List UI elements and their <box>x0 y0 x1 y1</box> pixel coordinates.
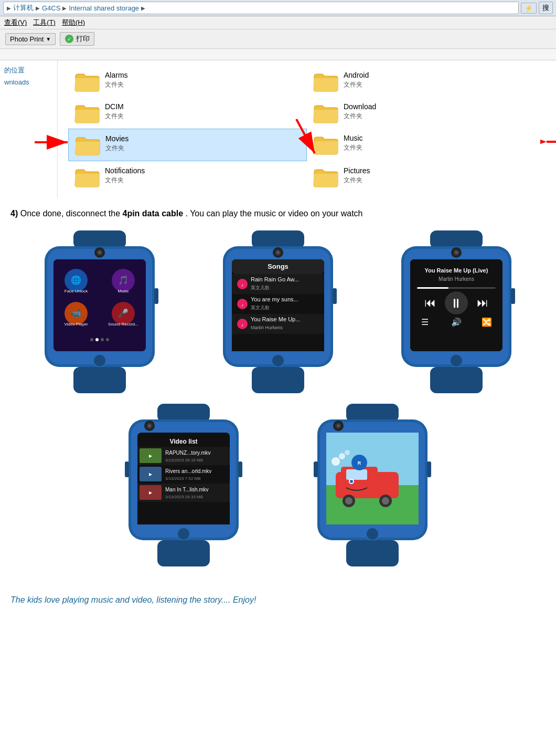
folder-android-info: Android 文件夹 <box>344 71 369 89</box>
folder-alarms[interactable]: Alarms 文件夹 <box>68 66 307 97</box>
svg-text:🎤: 🎤 <box>118 308 129 318</box>
red-arrow-movies <box>32 134 74 152</box>
svg-text:Sound Record...: Sound Record... <box>108 322 138 327</box>
svg-point-92 <box>148 424 151 427</box>
folder-music[interactable]: Music 文件夹 <box>307 129 546 161</box>
svg-rect-115 <box>346 404 399 422</box>
photo-print-button[interactable]: Photo Print ▼ <box>5 33 56 45</box>
sidebar-downloads[interactable]: wnloads <box>4 78 53 86</box>
svg-point-33 <box>93 354 106 367</box>
menu-view[interactable]: 查看(V) <box>4 18 27 27</box>
breadcrumb-computer[interactable]: 计算机 <box>13 3 34 13</box>
svg-rect-86 <box>157 404 210 422</box>
svg-rect-76 <box>417 287 448 289</box>
svg-text:Music: Music <box>118 289 129 293</box>
watches-section: 🌐 Face Unlock 🎵 Music 📹 Video Player 🎤 S… <box>0 225 556 587</box>
svg-text:Rivers an...orld.mkv: Rivers an...orld.mkv <box>165 468 211 474</box>
folder-pictures-info: Pictures 文件夹 <box>344 166 370 185</box>
breadcrumb-g4cs[interactable]: G4CS <box>42 4 60 12</box>
svg-text:☰: ☰ <box>421 318 429 327</box>
folder-alarms-type: 文件夹 <box>105 80 128 89</box>
svg-text:Man In T...lish.mkv: Man In T...lish.mkv <box>165 487 209 492</box>
svg-rect-42 <box>333 288 337 304</box>
svg-point-140 <box>345 450 350 455</box>
bottom-text: The kids love playing music and video, l… <box>0 587 556 613</box>
svg-rect-114 <box>157 540 210 566</box>
svg-point-30 <box>95 338 99 341</box>
photo-print-label: Photo Print <box>10 35 44 43</box>
sidebar-location[interactable]: 的位置 <box>4 66 53 75</box>
folder-dcim[interactable]: DCIM 文件夹 <box>68 97 307 129</box>
menu-tools[interactable]: 工具(T) <box>33 18 56 27</box>
svg-text:3/13/2023 28.16 MB: 3/13/2023 28.16 MB <box>165 458 203 463</box>
folder-android[interactable]: Android 文件夹 <box>307 66 546 97</box>
watch-menu: 🌐 Face Unlock 🎵 Music 📹 Video Player 🎤 S… <box>37 230 163 393</box>
folder-notifications-name: Notifications <box>105 166 145 175</box>
svg-rect-64 <box>430 230 483 249</box>
folder-movies-info: Movies 文件夹 <box>105 134 129 153</box>
folder-icon <box>313 166 338 187</box>
svg-rect-15 <box>154 288 158 304</box>
print-icon: ✓ <box>65 34 74 44</box>
svg-text:You are my suns...: You are my suns... <box>251 296 298 302</box>
watch-video-container: Video list ▶ RAPUNZ...tory.mkv 3/13/2023… <box>110 404 257 566</box>
svg-text:Rain Rain Go Aw...: Rain Rain Go Aw... <box>251 276 299 282</box>
svg-rect-123 <box>314 461 318 477</box>
svg-rect-61 <box>232 334 324 351</box>
folder-notifications[interactable]: Notifications 文件夹 <box>68 161 307 193</box>
folder-icon <box>313 71 338 92</box>
folder-dcim-info: DCIM 文件夹 <box>105 102 124 121</box>
svg-text:📹: 📹 <box>71 308 81 318</box>
expand-button[interactable]: 搜 <box>539 2 553 14</box>
folder-movies-name: Movies <box>105 134 129 143</box>
breadcrumb-arrow-2: ▶ <box>36 5 40 11</box>
breadcrumb[interactable]: ▶ 计算机 ▶ G4CS ▶ Internal shared storage ▶ <box>3 2 519 14</box>
svg-point-141 <box>366 528 379 540</box>
svg-text:♪: ♪ <box>241 282 244 288</box>
folder-pictures[interactable]: Pictures 文件夹 <box>307 161 546 193</box>
folder-android-type: 文件夹 <box>344 80 369 89</box>
watch-cartoon: R <box>309 404 435 566</box>
folder-movies[interactable]: Movies 文件夹 <box>68 129 307 161</box>
svg-point-133 <box>345 497 352 505</box>
svg-text:英文儿歌: 英文儿歌 <box>251 285 270 290</box>
svg-rect-63 <box>252 367 304 393</box>
svg-rect-71 <box>511 288 515 304</box>
svg-text:Martin Hurkens: Martin Hurkens <box>439 276 474 282</box>
svg-text:⏭: ⏭ <box>477 296 488 309</box>
folder-download[interactable]: Download 文件夹 <box>307 97 546 129</box>
watches-row-1: 🌐 Face Unlock 🎵 Music 📹 Video Player 🎤 S… <box>10 230 546 393</box>
folder-icon <box>74 166 100 187</box>
watch-player: You Raise Me Up (Live) Martin Hurkens ⏮ … <box>393 230 519 393</box>
red-arrow-music <box>540 134 556 151</box>
svg-text:🌐: 🌐 <box>71 275 81 285</box>
folder-music-name: Music <box>344 134 363 142</box>
breadcrumb-storage[interactable]: Internal shared storage <box>69 4 139 12</box>
svg-point-70 <box>455 251 458 254</box>
svg-text:▶: ▶ <box>149 490 153 495</box>
folder-download-name: Download <box>344 102 376 111</box>
svg-point-62 <box>272 354 284 367</box>
svg-text:▶: ▶ <box>149 454 153 458</box>
menu-bar: 查看(V) 工具(T) 帮助(H) <box>0 16 556 29</box>
explorer-bar: ▶ 计算机 ▶ G4CS ▶ Internal shared storage ▶… <box>0 0 556 16</box>
refresh-button[interactable]: ⚡ <box>521 3 537 14</box>
folder-alarms-name: Alarms <box>105 71 128 79</box>
svg-point-139 <box>339 453 345 459</box>
watches-row-2: Video list ▶ RAPUNZ...tory.mkv 3/13/2023… <box>10 404 546 566</box>
sidebar: 的位置 wnloads <box>0 60 58 198</box>
svg-rect-8 <box>73 230 126 249</box>
folder-music-info: Music 文件夹 <box>344 134 363 152</box>
menu-help[interactable]: 帮助(H) <box>62 18 85 27</box>
svg-text:⏸: ⏸ <box>450 296 463 310</box>
dropdown-arrow-icon[interactable]: ▼ <box>46 36 51 42</box>
print-label: 打印 <box>76 34 90 44</box>
folder-alarms-info: Alarms 文件夹 <box>105 71 128 89</box>
watch-songs: Songs ♪ Rain Rain Go Aw... 英文儿歌 ♪ You ar… <box>215 230 341 393</box>
breadcrumb-arrow-3: ▶ <box>62 5 67 11</box>
step-highlight: 4pin data cable <box>122 209 183 218</box>
print-button[interactable]: ✓ 打印 <box>60 32 94 46</box>
svg-text:RAPUNZ...tory.mkv: RAPUNZ...tory.mkv <box>165 450 210 456</box>
svg-rect-35 <box>252 230 304 249</box>
svg-text:3/13/2023 7.52 MB: 3/13/2023 7.52 MB <box>165 476 201 481</box>
